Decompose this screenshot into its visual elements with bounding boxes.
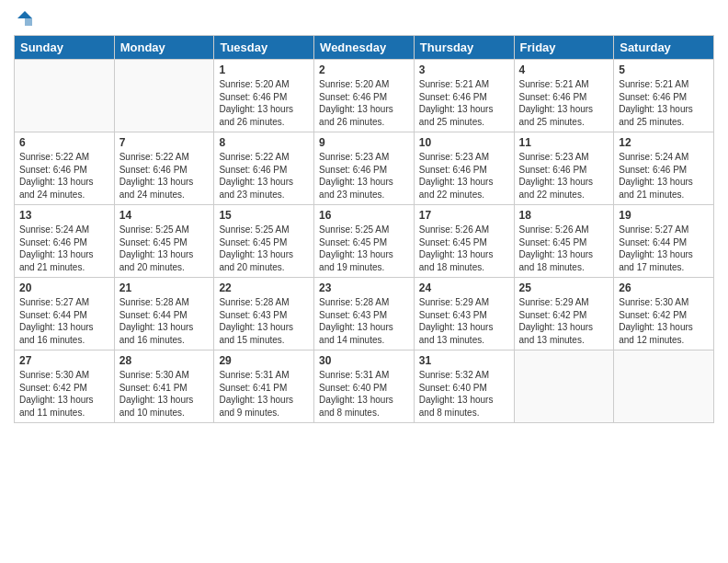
day-number: 5 [619, 63, 709, 76]
calendar-cell: 24Sunrise: 5:29 AM Sunset: 6:43 PM Dayli… [414, 278, 514, 350]
day-info: Sunrise: 5:32 AM Sunset: 6:40 PM Dayligh… [419, 369, 509, 419]
calendar-cell: 27Sunrise: 5:30 AM Sunset: 6:42 PM Dayli… [15, 350, 115, 423]
day-info: Sunrise: 5:31 AM Sunset: 6:40 PM Dayligh… [319, 369, 409, 419]
day-info: Sunrise: 5:20 AM Sunset: 6:46 PM Dayligh… [319, 78, 409, 128]
day-info: Sunrise: 5:27 AM Sunset: 6:44 PM Dayligh… [19, 296, 109, 346]
calendar-cell: 6Sunrise: 5:22 AM Sunset: 6:46 PM Daylig… [15, 132, 115, 205]
day-number: 26 [619, 282, 709, 294]
day-number: 7 [119, 136, 210, 149]
day-number: 20 [19, 282, 109, 294]
calendar-cell [114, 60, 214, 132]
day-info: Sunrise: 5:29 AM Sunset: 6:43 PM Dayligh… [419, 296, 509, 346]
day-info: Sunrise: 5:21 AM Sunset: 6:46 PM Dayligh… [619, 78, 709, 128]
day-info: Sunrise: 5:28 AM Sunset: 6:43 PM Dayligh… [319, 296, 409, 346]
calendar-cell: 8Sunrise: 5:22 AM Sunset: 6:46 PM Daylig… [214, 132, 314, 205]
day-number: 28 [119, 354, 210, 367]
day-info: Sunrise: 5:29 AM Sunset: 6:42 PM Dayligh… [519, 296, 609, 346]
day-info: Sunrise: 5:31 AM Sunset: 6:41 PM Dayligh… [219, 369, 309, 419]
calendar-cell: 13Sunrise: 5:24 AM Sunset: 6:46 PM Dayli… [15, 205, 115, 278]
logo-icon [16, 9, 34, 28]
day-of-week-header: Thursday [414, 36, 514, 60]
day-of-week-header: Monday [114, 36, 214, 60]
day-number: 13 [19, 209, 109, 222]
svg-marker-1 [25, 18, 32, 26]
calendar-cell: 1Sunrise: 5:20 AM Sunset: 6:46 PM Daylig… [214, 60, 314, 132]
day-number: 6 [19, 136, 109, 149]
calendar-cell: 4Sunrise: 5:21 AM Sunset: 6:46 PM Daylig… [514, 60, 614, 132]
day-number: 14 [119, 209, 210, 222]
day-info: Sunrise: 5:22 AM Sunset: 6:46 PM Dayligh… [119, 151, 210, 201]
calendar-cell: 9Sunrise: 5:23 AM Sunset: 6:46 PM Daylig… [314, 132, 415, 205]
calendar-cell: 23Sunrise: 5:28 AM Sunset: 6:43 PM Dayli… [314, 278, 415, 350]
day-info: Sunrise: 5:28 AM Sunset: 6:43 PM Dayligh… [219, 296, 309, 346]
day-number: 25 [519, 282, 609, 294]
calendar-cell: 11Sunrise: 5:23 AM Sunset: 6:46 PM Dayli… [514, 132, 614, 205]
calendar-cell: 16Sunrise: 5:25 AM Sunset: 6:45 PM Dayli… [314, 205, 415, 278]
day-number: 4 [519, 63, 609, 76]
day-number: 11 [519, 136, 609, 149]
calendar-week-row: 6Sunrise: 5:22 AM Sunset: 6:46 PM Daylig… [15, 132, 714, 205]
calendar-cell: 30Sunrise: 5:31 AM Sunset: 6:40 PM Dayli… [314, 350, 415, 423]
calendar-cell: 22Sunrise: 5:28 AM Sunset: 6:43 PM Dayli… [214, 278, 314, 350]
calendar-cell: 26Sunrise: 5:30 AM Sunset: 6:42 PM Dayli… [614, 278, 714, 350]
day-number: 10 [419, 136, 509, 149]
day-info: Sunrise: 5:24 AM Sunset: 6:46 PM Dayligh… [619, 151, 709, 201]
header [14, 9, 714, 28]
day-info: Sunrise: 5:23 AM Sunset: 6:46 PM Dayligh… [319, 151, 409, 201]
day-number: 22 [219, 282, 309, 294]
calendar-week-row: 1Sunrise: 5:20 AM Sunset: 6:46 PM Daylig… [15, 60, 714, 132]
logo [14, 9, 34, 28]
day-info: Sunrise: 5:22 AM Sunset: 6:46 PM Dayligh… [19, 151, 109, 201]
calendar-cell: 18Sunrise: 5:26 AM Sunset: 6:45 PM Dayli… [514, 205, 614, 278]
day-number: 21 [119, 282, 210, 294]
calendar-cell [514, 350, 614, 423]
calendar-cell: 21Sunrise: 5:28 AM Sunset: 6:44 PM Dayli… [114, 278, 214, 350]
calendar-cell: 10Sunrise: 5:23 AM Sunset: 6:46 PM Dayli… [414, 132, 514, 205]
calendar-week-row: 20Sunrise: 5:27 AM Sunset: 6:44 PM Dayli… [15, 278, 714, 350]
calendar-cell: 7Sunrise: 5:22 AM Sunset: 6:46 PM Daylig… [114, 132, 214, 205]
calendar-cell: 17Sunrise: 5:26 AM Sunset: 6:45 PM Dayli… [414, 205, 514, 278]
day-number: 18 [519, 209, 609, 222]
day-number: 30 [319, 354, 409, 367]
svg-marker-0 [17, 11, 32, 18]
day-of-week-header: Tuesday [214, 36, 314, 60]
day-info: Sunrise: 5:28 AM Sunset: 6:44 PM Dayligh… [119, 296, 210, 346]
page: SundayMondayTuesdayWednesdayThursdayFrid… [0, 0, 728, 563]
day-number: 19 [619, 209, 709, 222]
calendar-body: 1Sunrise: 5:20 AM Sunset: 6:46 PM Daylig… [15, 60, 714, 423]
days-of-week-row: SundayMondayTuesdayWednesdayThursdayFrid… [15, 36, 714, 60]
calendar-cell: 2Sunrise: 5:20 AM Sunset: 6:46 PM Daylig… [314, 60, 415, 132]
calendar-cell: 14Sunrise: 5:25 AM Sunset: 6:45 PM Dayli… [114, 205, 214, 278]
day-number: 2 [319, 63, 409, 76]
day-number: 15 [219, 209, 309, 222]
calendar-table: SundayMondayTuesdayWednesdayThursdayFrid… [14, 35, 714, 423]
day-info: Sunrise: 5:24 AM Sunset: 6:46 PM Dayligh… [19, 224, 109, 273]
day-number: 16 [319, 209, 409, 222]
day-number: 17 [419, 209, 509, 222]
day-info: Sunrise: 5:30 AM Sunset: 6:42 PM Dayligh… [619, 296, 709, 346]
calendar-cell: 12Sunrise: 5:24 AM Sunset: 6:46 PM Dayli… [614, 132, 714, 205]
day-info: Sunrise: 5:26 AM Sunset: 6:45 PM Dayligh… [419, 224, 509, 273]
day-info: Sunrise: 5:22 AM Sunset: 6:46 PM Dayligh… [219, 151, 309, 201]
day-info: Sunrise: 5:25 AM Sunset: 6:45 PM Dayligh… [219, 224, 309, 273]
calendar-cell: 19Sunrise: 5:27 AM Sunset: 6:44 PM Dayli… [614, 205, 714, 278]
day-number: 31 [419, 354, 509, 367]
calendar-cell: 31Sunrise: 5:32 AM Sunset: 6:40 PM Dayli… [414, 350, 514, 423]
day-info: Sunrise: 5:26 AM Sunset: 6:45 PM Dayligh… [519, 224, 609, 273]
calendar-cell: 15Sunrise: 5:25 AM Sunset: 6:45 PM Dayli… [214, 205, 314, 278]
day-number: 3 [419, 63, 509, 76]
calendar-cell: 3Sunrise: 5:21 AM Sunset: 6:46 PM Daylig… [414, 60, 514, 132]
calendar-cell [614, 350, 714, 423]
day-number: 29 [219, 354, 309, 367]
calendar-cell: 28Sunrise: 5:30 AM Sunset: 6:41 PM Dayli… [114, 350, 214, 423]
calendar-cell: 5Sunrise: 5:21 AM Sunset: 6:46 PM Daylig… [614, 60, 714, 132]
calendar-cell [15, 60, 115, 132]
day-number: 9 [319, 136, 409, 149]
day-info: Sunrise: 5:27 AM Sunset: 6:44 PM Dayligh… [619, 224, 709, 273]
day-number: 27 [19, 354, 109, 367]
calendar-week-row: 27Sunrise: 5:30 AM Sunset: 6:42 PM Dayli… [15, 350, 714, 423]
day-of-week-header: Friday [514, 36, 614, 60]
day-of-week-header: Sunday [15, 36, 115, 60]
day-number: 8 [219, 136, 309, 149]
calendar-week-row: 13Sunrise: 5:24 AM Sunset: 6:46 PM Dayli… [15, 205, 714, 278]
